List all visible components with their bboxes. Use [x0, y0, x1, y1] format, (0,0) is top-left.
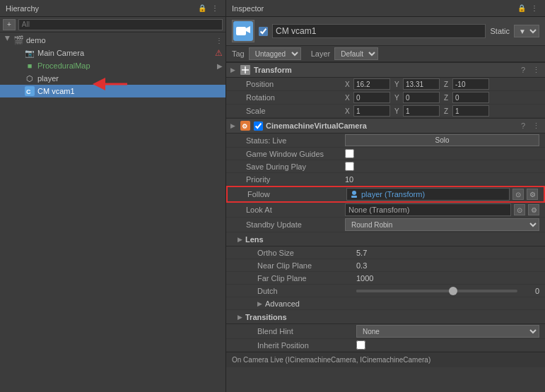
hierarchy-menu-icon[interactable]: ⋮ [210, 4, 220, 13]
position-z-field: Z [444, 78, 489, 90]
scene-icon: 🎬 [13, 35, 24, 46]
look-at-object-field[interactable]: None (Transform) [345, 203, 511, 216]
transform-settings-icon[interactable]: ⋮ [531, 65, 541, 75]
svg-text:C: C [26, 88, 31, 95]
svg-rect-4 [236, 27, 246, 35]
dutch-value: 0 [356, 287, 539, 295]
game-window-guides-value [345, 149, 539, 158]
game-window-guides-checkbox[interactable] [345, 149, 354, 158]
blend-hint-dropdown[interactable]: None [356, 325, 539, 338]
sy-label: Y [394, 107, 402, 115]
transform-expand-arrow[interactable]: ▶ [230, 66, 235, 73]
inspector-menu-icon[interactable]: ⋮ [529, 4, 539, 13]
expand-arrow-cm-vcam1 [14, 87, 23, 95]
scale-x-input[interactable] [353, 105, 390, 117]
layer-dropdown[interactable]: Default [334, 47, 378, 60]
position-y-input[interactable] [403, 78, 440, 90]
hierarchy-item-procedural-map[interactable]: ■ ProceduralMap ▶ [0, 59, 225, 72]
priority-label: Priority [246, 175, 345, 184]
z-label: Z [444, 81, 451, 88]
hierarchy-panel: Hierarchy 🔒 ⋮ + ▶ 🎬 demo ⋮ 📷 Main Camera… [0, 0, 226, 392]
far-clip-value: 1000 [356, 274, 539, 283]
position-x-input[interactable] [353, 78, 390, 90]
scale-z-input[interactable] [452, 105, 489, 117]
transform-component-header[interactable]: ▶ Transform ? ⋮ [226, 62, 545, 78]
inherit-position-label: Inherit Position [257, 341, 356, 350]
static-dropdown[interactable]: ▼ [514, 25, 539, 37]
ortho-size-text: 5.7 [356, 249, 367, 257]
position-label: Position [246, 80, 345, 88]
save-during-play-checkbox[interactable] [345, 162, 354, 171]
follow-target-picker[interactable]: ⊙ [512, 189, 524, 200]
advanced-row[interactable]: ▶ Advanced [226, 297, 545, 310]
hierarchy-lock-icon[interactable]: 🔒 [197, 4, 207, 13]
dutch-value-text: 0 [522, 287, 539, 295]
inspector-lock-icon[interactable]: 🔒 [517, 4, 527, 13]
tag-dropdown[interactable]: Untagged [249, 47, 301, 60]
transitions-section-header[interactable]: ▶ Transitions [226, 310, 545, 324]
near-clip-label: Near Clip Plane [257, 261, 356, 270]
hierarchy-item-cm-vcam1[interactable]: C CM vcam1 [0, 85, 225, 97]
hierarchy-add-button[interactable]: + [3, 19, 16, 30]
transform-help-icon[interactable]: ? [518, 65, 528, 75]
expand-arrow-demo[interactable]: ▶ [3, 36, 11, 44]
object-active-checkbox[interactable] [259, 27, 268, 36]
look-at-value: None (Transform) ⊙ ⚙ [345, 203, 539, 216]
y-label: Y [394, 81, 402, 88]
blend-hint-row: Blend Hint None [226, 324, 545, 339]
position-z-input[interactable] [452, 78, 489, 90]
rotation-y-input[interactable] [403, 92, 440, 103]
cinemachine-expand-arrow[interactable]: ▶ [230, 122, 235, 129]
dutch-slider-track[interactable] [356, 290, 517, 292]
demo-menu-icon[interactable]: ⋮ [216, 37, 223, 44]
transitions-expand-arrow[interactable]: ▶ [238, 314, 242, 321]
cinemachine-active-checkbox[interactable] [254, 121, 263, 131]
look-at-picker[interactable]: ⊙ [514, 204, 525, 215]
save-during-play-row: Save During Play [226, 160, 545, 173]
standby-update-dropdown[interactable]: Round Robin [345, 218, 539, 231]
status-value: Solo [345, 134, 539, 146]
svg-marker-5 [246, 26, 250, 33]
near-clip-value: 0.3 [356, 261, 539, 270]
rotation-y-field: Y [394, 92, 440, 103]
hierarchy-toolbar: + [0, 17, 225, 32]
far-clip-text: 1000 [356, 274, 373, 283]
lens-expand-arrow[interactable]: ▶ [238, 236, 242, 243]
cinemachine-actions: ? ⋮ [518, 121, 541, 131]
transitions-title: Transitions [245, 313, 287, 321]
position-y-field: Y [394, 78, 440, 90]
object-header: Static ▼ [226, 17, 545, 46]
scale-x-field: X [345, 105, 390, 117]
cinemachine-help-icon[interactable]: ? [518, 121, 528, 131]
hierarchy-item-player[interactable]: ⬡ player [0, 72, 225, 85]
position-x-field: X [345, 78, 390, 90]
hierarchy-item-main-camera[interactable]: 📷 Main Camera ⚠ [0, 47, 225, 59]
lens-section-header[interactable]: ▶ Lens [226, 232, 545, 247]
expand-arrow-player [14, 74, 23, 83]
object-name-input[interactable] [272, 24, 486, 38]
svg-text:⚙: ⚙ [242, 123, 247, 130]
look-at-settings-btn[interactable]: ⚙ [528, 204, 539, 215]
inherit-position-checkbox[interactable] [356, 340, 365, 350]
hierarchy-search-input[interactable] [18, 19, 223, 30]
player-transform-icon [350, 190, 358, 198]
solo-button[interactable]: Solo [345, 134, 539, 146]
dutch-slider-thumb[interactable] [449, 287, 457, 295]
rotation-x-input[interactable] [353, 92, 390, 103]
hierarchy-item-demo[interactable]: ▶ 🎬 demo ⋮ [0, 34, 225, 47]
follow-settings-btn[interactable]: ⚙ [527, 189, 538, 200]
inspector-content: Static ▼ Tag Untagged Layer Default ▶ Tr… [226, 17, 545, 392]
follow-object-field[interactable]: player (Transform) [346, 188, 510, 201]
dutch-slider-container: 0 [356, 287, 539, 295]
dutch-row: Dutch 0 [226, 285, 545, 297]
cinemachine-component-header[interactable]: ▶ ⚙ CinemachineVirtualCamera ? ⋮ [226, 118, 545, 133]
ortho-size-value: 5.7 [356, 249, 539, 257]
game-window-guides-label: Game Window Guides [246, 150, 345, 158]
advanced-expand-arrow[interactable]: ▶ [257, 300, 262, 307]
cinemachine-settings-icon[interactable]: ⋮ [531, 121, 541, 131]
rotation-label: Rotation [246, 93, 345, 102]
dutch-slider-fill [356, 290, 453, 292]
rotation-row: Rotation X Y Z [226, 91, 545, 105]
scale-y-input[interactable] [403, 105, 440, 117]
rotation-z-input[interactable] [452, 92, 489, 103]
